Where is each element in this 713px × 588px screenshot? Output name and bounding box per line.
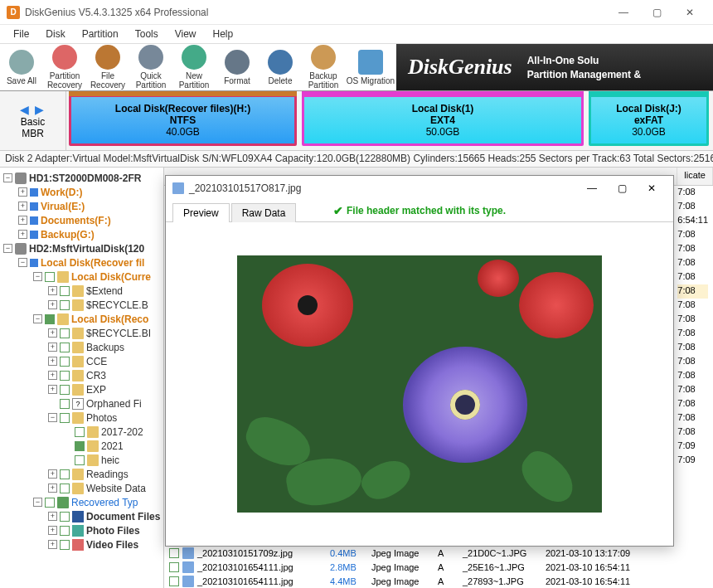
- collapse-icon[interactable]: −: [3, 173, 12, 182]
- nav-arrows-icon[interactable]: ◀ ▶: [20, 103, 46, 116]
- brand-banner: DiskGenius All-In-One SoluPartition Mana…: [396, 44, 713, 90]
- folder-icon: [72, 328, 84, 339]
- app-logo: D: [7, 6, 20, 19]
- partition-map: ◀ ▶ Basic MBR Local Disk(Recover files)(…: [0, 91, 713, 151]
- delete-button[interactable]: Delete: [259, 44, 302, 90]
- question-icon: ?: [72, 398, 84, 410]
- preview-window: _202103101517O817.jpg — ▢ ✕ Preview Raw …: [165, 175, 674, 547]
- tab-raw-data[interactable]: Raw Data: [231, 203, 297, 222]
- banner-title: DiskGenius: [408, 55, 512, 80]
- preview-tabs: Preview Raw Data ✔File header matched wi…: [166, 201, 673, 222]
- titlebar: D DiskGenius V5.4.3.1325 x64 Professiona…: [0, 0, 713, 25]
- preview-image-area: [166, 222, 673, 546]
- folder-icon: [72, 370, 84, 381]
- folder-icon: [57, 271, 69, 283]
- disk-type[interactable]: ◀ ▶ Basic MBR: [0, 91, 66, 150]
- new-partition-button[interactable]: New Partition: [172, 44, 216, 90]
- preview-titlebar[interactable]: _202103101517O817.jpg — ▢ ✕: [166, 176, 673, 201]
- maximize-button[interactable]: ▢: [640, 0, 673, 25]
- minimize-button[interactable]: —: [607, 0, 640, 25]
- file-row[interactable]: _202103101654111.jpg2.8MBJpeg ImageA_25E…: [164, 560, 713, 574]
- file-recovery-button[interactable]: File Recovery: [86, 44, 129, 90]
- time-column: 7:087:086:54:117:087:087:087:087:087:087…: [677, 186, 708, 468]
- folder-icon: [87, 440, 99, 452]
- minimize-button[interactable]: —: [577, 182, 607, 194]
- folder-icon: [72, 412, 84, 424]
- partition-h[interactable]: Local Disk(Recover files)(H:) NTFS 40.0G…: [69, 95, 297, 146]
- format-button[interactable]: Format: [216, 44, 259, 90]
- image-icon: [182, 576, 194, 587]
- window-title: DiskGenius V5.4.3.1325 x64 Professional: [25, 7, 607, 18]
- volume-icon: [30, 188, 38, 197]
- disk-tree[interactable]: −HD1:ST2000DM008-2FR +Work(D:) +Virual(E…: [0, 168, 164, 588]
- menu-partition[interactable]: Partition: [74, 27, 127, 41]
- hdd-icon: [15, 243, 27, 255]
- menu-disk[interactable]: Disk: [37, 27, 73, 41]
- folder-icon: [87, 454, 99, 466]
- file-row[interactable]: _202103101654111.jpg4.4MBJpeg ImageA_278…: [164, 574, 713, 588]
- preview-filename: _202103101517O817.jpg: [189, 182, 577, 194]
- volume-icon: [30, 231, 38, 239]
- checkbox[interactable]: [45, 272, 55, 282]
- partition-1[interactable]: Local Disk(1) EXT4 50.0GB: [302, 95, 584, 146]
- maximize-button[interactable]: ▢: [607, 182, 637, 194]
- check-icon: ✔: [333, 204, 343, 217]
- folder-icon: [57, 313, 69, 325]
- os-migration-button[interactable]: OS Migration: [345, 44, 396, 90]
- partition-recovery-button[interactable]: Partition Recovery: [43, 44, 86, 90]
- toolbar: Save All Partition Recovery File Recover…: [0, 43, 713, 91]
- file-row[interactable]: _20210310151709z.jpg0.4MBJpeg ImageA_21D…: [164, 546, 713, 560]
- image-icon: [182, 547, 194, 559]
- header-match-message: ✔File header matched with its type.: [333, 204, 506, 217]
- save-all-button[interactable]: Save All: [0, 44, 43, 90]
- folder-icon: [72, 342, 84, 353]
- backup-partition-button[interactable]: Backup Partition: [302, 44, 345, 90]
- menu-file[interactable]: File: [5, 27, 37, 41]
- image-icon: [182, 561, 194, 573]
- menu-tools[interactable]: Tools: [127, 27, 167, 41]
- disk-status-line: Disk 2 Adapter:Virtual Model:MsftVirtual…: [0, 151, 713, 168]
- word-icon: [72, 511, 84, 522]
- hdd-icon: [15, 173, 27, 184]
- close-button[interactable]: ✕: [673, 0, 706, 25]
- folder-icon: [72, 299, 84, 311]
- menu-view[interactable]: View: [167, 27, 205, 41]
- menubar: File Disk Partition Tools View Help: [0, 25, 713, 43]
- expand-icon[interactable]: +: [18, 187, 27, 197]
- quick-partition-button[interactable]: Quick Partition: [129, 44, 172, 90]
- image-icon: [172, 182, 184, 194]
- partition-j[interactable]: Local Disk(J:) exFAT 30.0GB: [589, 95, 709, 146]
- volume-icon: [30, 216, 38, 225]
- preview-image: [237, 255, 602, 513]
- folder-icon: [57, 497, 69, 508]
- folder-icon: [72, 483, 84, 494]
- close-button[interactable]: ✕: [637, 182, 667, 194]
- banner-tagline: All-In-One SoluPartition Management &: [527, 53, 641, 81]
- photo-icon: [72, 525, 84, 537]
- folder-icon: [72, 469, 84, 480]
- tab-preview[interactable]: Preview: [172, 203, 230, 222]
- volume-icon: [30, 202, 38, 211]
- folder-icon: [87, 426, 99, 438]
- video-icon: [72, 539, 84, 551]
- folder-icon: [72, 384, 84, 396]
- folder-icon: [72, 285, 84, 297]
- menu-help[interactable]: Help: [205, 27, 242, 41]
- volume-icon: [30, 259, 38, 267]
- folder-icon: [72, 356, 84, 367]
